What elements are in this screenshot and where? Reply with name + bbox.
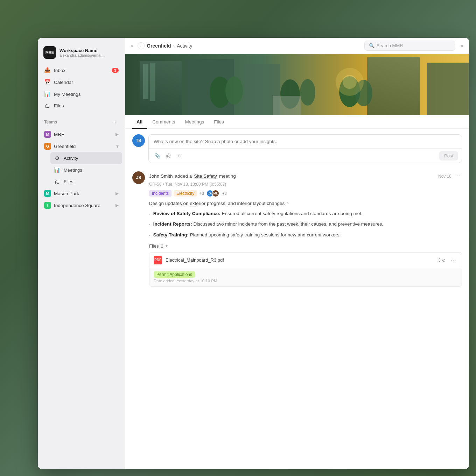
- sidebar-item-calendar-label: Calendar: [54, 80, 73, 85]
- emoji-button[interactable]: ☺: [175, 151, 184, 161]
- files-toggle-count: 2: [161, 243, 163, 249]
- mason-park-chevron-icon: ▶: [115, 191, 119, 196]
- file-type-icon: PDF: [154, 256, 162, 264]
- sidebar-item-greenfield-files[interactable]: 🗂 Files: [50, 176, 122, 187]
- post-input-actions: 📎 @ ☺ Post: [149, 148, 462, 163]
- independence-square-dot: I: [44, 202, 51, 209]
- tag-incidents[interactable]: Incidents: [149, 190, 172, 197]
- tag-electricity[interactable]: Electricity: [174, 190, 197, 197]
- search-bar[interactable]: 🔍 Search MMR: [364, 41, 455, 51]
- file-name[interactable]: Electrical_Mainboard_R3.pdf: [166, 257, 435, 263]
- workspace-name: Workspace Name: [59, 48, 105, 53]
- sidebar-item-mre[interactable]: M MRE ▶: [41, 128, 122, 140]
- mason-park-label: Mason Park: [54, 191, 79, 196]
- tab-all[interactable]: All: [132, 115, 147, 129]
- greenfield-expand-icon: ▾: [116, 143, 119, 149]
- workspace-logo: MRE: [43, 46, 56, 59]
- sidebar: MRE Workspace Name alexandra.adams@emai.…: [38, 38, 125, 469]
- current-user-avatar: TB: [132, 134, 145, 147]
- entry-avatar: JS: [132, 171, 145, 184]
- post-text-input[interactable]: [149, 135, 462, 148]
- activity-link[interactable]: Site Safety: [194, 173, 217, 179]
- activity-more-button[interactable]: ⋯: [454, 171, 462, 180]
- activity-meta: GR-56 • Tue, Nov 18, 13:00 PM (0:55:07): [149, 182, 462, 187]
- bullet-item-3: ● Safety Training: Planned upcoming safe…: [149, 232, 462, 239]
- sidebar-item-greenfield-activity[interactable]: ⊙ Activity: [50, 152, 122, 164]
- activity-actor: John Smith: [149, 173, 173, 179]
- tab-comments[interactable]: Comments: [148, 115, 179, 129]
- tag-count: +3: [199, 191, 204, 196]
- panel-expand-button[interactable]: »: [461, 43, 463, 48]
- sidebar-item-inbox[interactable]: 📥 Inbox 3: [41, 64, 122, 76]
- summary-toggle-button[interactable]: ^: [287, 201, 289, 206]
- breadcrumb: ← Greenfield › Activity: [138, 42, 360, 49]
- avatar-stack-2: ML: [212, 190, 219, 197]
- sidebar-item-calendar[interactable]: 📅 Calendar: [41, 76, 122, 88]
- file-date: Date added: Yesterday at 10:10 PM: [154, 279, 457, 283]
- activity-body: John Smith added a Site Safety meeting N…: [149, 171, 462, 287]
- independence-square-label: Independence Square: [54, 203, 100, 208]
- svg-point-11: [300, 79, 315, 106]
- activity-entry-header: John Smith added a Site Safety meeting N…: [149, 171, 462, 180]
- avatar-stack-count: +3: [222, 191, 227, 196]
- activity-action: added a: [175, 173, 192, 179]
- search-placeholder: Search MMR: [377, 43, 403, 48]
- files-toggle-button[interactable]: Files 2 ▾: [149, 243, 462, 249]
- meetings-icon: 📊: [44, 91, 50, 97]
- tab-files[interactable]: Files: [210, 115, 228, 129]
- svg-rect-3: [150, 63, 155, 101]
- bullet-dot-3: ●: [149, 234, 150, 237]
- activity-summary: Design updates on exterior progress, and…: [149, 201, 462, 206]
- activity-feed: TB 📎 @ ☺ Post JS John Smith: [125, 129, 469, 469]
- search-icon: 🔍: [369, 43, 374, 48]
- avatar-stack: LW ML: [206, 190, 219, 197]
- bullet-text-1: Review of Safety Compliance: Ensured all…: [153, 210, 363, 217]
- post-submit-button[interactable]: Post: [439, 151, 458, 161]
- sidebar-item-inbox-label: Inbox: [54, 68, 65, 73]
- activity-summary-text: Design updates on exterior progress, and…: [149, 201, 285, 206]
- bullet-item-2: ● Incident Reports: Discussed two minor …: [149, 221, 462, 228]
- greenfield-files-icon: 🗂: [54, 179, 60, 185]
- files-icon: 🗂: [44, 103, 50, 109]
- greenfield-dot: G: [44, 143, 51, 150]
- tab-meetings[interactable]: Meetings: [181, 115, 209, 129]
- greenfield-files-label: Files: [64, 179, 73, 184]
- mention-button[interactable]: @: [163, 151, 173, 161]
- teams-add-button[interactable]: +: [112, 119, 119, 126]
- mason-park-dot: M: [44, 190, 51, 197]
- mre-chevron-icon: ▶: [115, 132, 119, 137]
- svg-point-16: [343, 75, 357, 89]
- mre-dot: M: [44, 131, 51, 138]
- bullet-text-3: Safety Training: Planned upcoming safety…: [153, 232, 341, 239]
- sidebar-item-greenfield[interactable]: G Greenfield ▾: [41, 140, 122, 152]
- svg-rect-2: [143, 64, 148, 99]
- post-input-box: 📎 @ ☺ Post: [148, 134, 462, 163]
- bullet-dot-1: ●: [149, 213, 150, 216]
- stack-icon: ⊙: [442, 258, 446, 263]
- sidebar-collapse-button[interactable]: »: [131, 43, 133, 48]
- activity-time: Nov 18: [438, 174, 451, 179]
- workspace-header[interactable]: MRE Workspace Name alexandra.adams@emai.…: [38, 43, 125, 64]
- attach-button[interactable]: 📎: [152, 151, 162, 161]
- sidebar-item-greenfield-meetings[interactable]: 📊 Meetings: [50, 164, 122, 176]
- svg-rect-14: [273, 96, 301, 115]
- bullet-item-1: ● Review of Safety Compliance: Ensured a…: [149, 210, 462, 217]
- file-item-header: PDF Electrical_Mainboard_R3.pdf 3 ⊙ ⋯: [149, 253, 462, 268]
- activity-tabs: All Comments Meetings Files: [125, 115, 469, 129]
- greenfield-activity-label: Activity: [64, 156, 78, 161]
- breadcrumb-back-button[interactable]: ←: [138, 42, 145, 49]
- bullet-text-2: Incident Reports: Discussed two minor in…: [153, 221, 383, 228]
- sidebar-item-independence-square[interactable]: I Independence Square ▶: [41, 199, 122, 211]
- breadcrumb-team: Greenfield: [147, 43, 171, 49]
- sidebar-item-files[interactable]: 🗂 Files: [41, 100, 122, 112]
- sidebar-item-mason-park[interactable]: M Mason Park ▶: [41, 187, 122, 199]
- top-bar: » ← Greenfield › Activity 🔍 Search MMR »: [125, 38, 469, 54]
- file-more-button[interactable]: ⋯: [449, 256, 457, 264]
- svg-rect-7: [427, 63, 469, 115]
- files-section: Files 2 ▾ PDF Electrical_Mainboard_R3.pd…: [149, 243, 462, 287]
- files-toggle-chevron-icon: ▾: [166, 243, 168, 248]
- inbox-badge: 3: [112, 68, 119, 73]
- files-toggle-label: Files: [149, 243, 159, 249]
- sidebar-item-my-meetings[interactable]: 📊 My Meetings: [41, 88, 122, 100]
- file-tag[interactable]: Permit Applications: [154, 271, 195, 278]
